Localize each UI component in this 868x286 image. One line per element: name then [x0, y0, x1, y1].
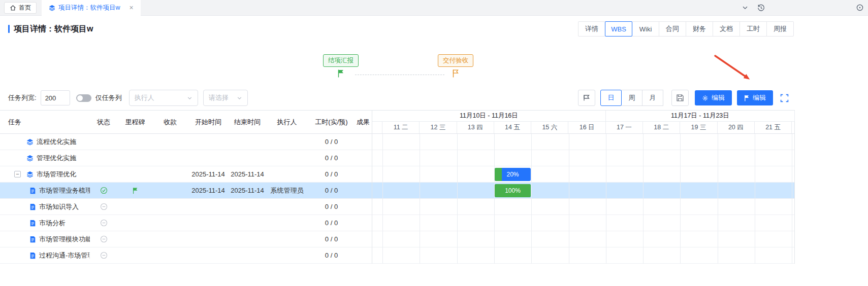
gantt-row[interactable] — [372, 199, 794, 215]
gantt-pane: 11月10日 - 11月16日11月17日 - 11月23日 11 二12 三1… — [372, 111, 795, 264]
tab-详情[interactable]: 详情 — [578, 21, 605, 37]
end-date: 2025-11-14 — [229, 187, 266, 194]
task-row[interactable]: 市场分析0 / 0 — [0, 215, 372, 231]
gantt-day-cell: 14 五 — [494, 122, 531, 133]
tab-文档[interactable]: 文档 — [713, 21, 740, 37]
view-option-日[interactable]: 日 — [600, 90, 622, 106]
topbar-right-icons — [742, 4, 864, 12]
gantt-header: 11月10日 - 11月16日11月17日 - 11月23日 11 二12 三1… — [372, 111, 794, 134]
tab-财务[interactable]: 财务 — [686, 21, 713, 37]
only-task-col-label: 仅任务列 — [95, 93, 122, 102]
document-icon — [29, 236, 36, 243]
only-task-col-toggle[interactable] — [76, 94, 91, 102]
col-start-date: 开始时间 — [187, 118, 229, 127]
project-tab[interactable]: 项目详情：软件项目w × — [42, 0, 141, 16]
task-row[interactable]: 市场管理业务梳理2025-11-142025-11-14系统管理员0 / 0 — [0, 183, 372, 199]
chevron-down-icon — [187, 95, 192, 101]
task-row[interactable]: 市场知识导入0 / 0 — [0, 199, 372, 215]
task-table-header: 任务 状态 里程碑 收款 开始时间 结束时间 执行人 工时(实/预) 成果 — [0, 111, 372, 134]
task-name: 市场管理模块功能... — [39, 235, 90, 244]
start-date: 2025-11-14 — [187, 187, 229, 194]
gantt-bar[interactable]: 100% — [495, 184, 531, 197]
gantt-day-cell: 16 日 — [568, 122, 605, 133]
topbar-spacer — [774, 8, 848, 8]
task-name: 过程沟通-市场管理 — [39, 251, 90, 260]
layers-icon — [26, 171, 34, 178]
layers-icon — [26, 138, 34, 146]
status-cell — [90, 203, 117, 210]
page-title: 项目详情：软件项目w — [14, 24, 93, 34]
hours-value: 0 / 0 — [308, 203, 355, 210]
fullscreen-icon[interactable] — [780, 94, 789, 102]
tab-工时[interactable]: 工时 — [740, 21, 767, 37]
gantt-row[interactable] — [372, 247, 794, 264]
status-cell — [90, 235, 117, 243]
status-cell — [90, 252, 117, 259]
circle-dot-icon[interactable] — [856, 4, 864, 12]
task-row[interactable]: 流程优化实施0 / 0 — [0, 134, 372, 150]
task-name: 市场管理优化 — [37, 170, 76, 179]
tab-Wiki[interactable]: Wiki — [632, 21, 659, 37]
task-name-cell: 市场知识导入 — [0, 202, 90, 211]
gantt-day-cell-partial — [792, 122, 794, 133]
view-option-月[interactable]: 月 — [642, 90, 663, 106]
gantt-row[interactable] — [372, 215, 794, 231]
orange-flag-outline-icon[interactable] — [452, 69, 460, 78]
save-button[interactable] — [671, 90, 689, 106]
wbs-grid: 任务 状态 里程碑 收款 开始时间 结束时间 执行人 工时(实/预) 成果 流程… — [0, 110, 795, 264]
status-cell — [90, 219, 117, 227]
edit-settings-button[interactable]: 编辑 — [695, 90, 732, 105]
task-row[interactable]: −市场管理优化2025-11-142025-11-140 / 0 — [0, 166, 372, 183]
task-name-cell: 管理优化实施 — [0, 154, 90, 163]
task-name-cell: 市场分析 — [0, 219, 90, 228]
history-icon[interactable] — [757, 4, 765, 12]
collapse-toggle[interactable]: − — [14, 171, 21, 177]
gantt-day-cell: 20 四 — [718, 122, 755, 133]
task-col-width-input[interactable] — [41, 90, 70, 105]
generic-select[interactable]: 请选择 — [203, 90, 248, 106]
tab-周报[interactable]: 周报 — [766, 21, 794, 37]
generic-select-placeholder: 请选择 — [209, 93, 229, 102]
gantt-row[interactable]: 20% — [372, 166, 794, 183]
tab-WBS[interactable]: WBS — [605, 21, 632, 37]
hours-value: 0 / 0 — [308, 219, 355, 227]
gantt-row[interactable] — [372, 134, 794, 150]
milestone-badge-delivery-acceptance[interactable]: 交付验收 — [438, 54, 473, 67]
home-button[interactable]: 首页 — [4, 2, 37, 14]
gantt-body: 20%100% — [372, 134, 794, 264]
task-row[interactable]: 市场管理模块功能...0 / 0 — [0, 231, 372, 247]
end-date: 2025-11-14 — [229, 170, 266, 178]
edit-settings-label: 编辑 — [712, 93, 725, 102]
task-name: 市场分析 — [39, 219, 66, 228]
edit-baseline-button[interactable]: 编辑 — [737, 90, 773, 105]
view-option-周[interactable]: 周 — [621, 90, 642, 106]
gantt-day-cell: 13 四 — [457, 122, 494, 133]
chevron-down-icon[interactable] — [742, 4, 749, 11]
gantt-day-cell-partial — [372, 122, 382, 133]
task-row[interactable]: 过程沟通-市场管理0 / 0 — [0, 247, 372, 264]
start-date: 2025-11-14 — [187, 170, 229, 178]
gantt-bar[interactable]: 20% — [495, 168, 531, 181]
col-hours: 工时(实/预) — [308, 118, 355, 127]
task-name: 市场管理业务梳理 — [39, 186, 90, 195]
task-table-pane: 任务 状态 里程碑 收款 开始时间 结束时间 执行人 工时(实/预) 成果 流程… — [0, 111, 372, 264]
task-name: 流程优化实施 — [37, 137, 76, 147]
gantt-day-cell: 15 六 — [531, 122, 568, 133]
task-name-cell: 过程沟通-市场管理 — [0, 251, 90, 260]
gantt-row[interactable]: 100% — [372, 183, 794, 199]
gantt-row[interactable] — [372, 150, 794, 166]
pennant-flag-button[interactable] — [578, 90, 595, 106]
gantt-row[interactable] — [372, 231, 794, 247]
milestone-badge-closing-report[interactable]: 结项汇报 — [323, 54, 359, 67]
tab-合同[interactable]: 合同 — [659, 21, 686, 37]
green-flag-icon[interactable] — [337, 69, 345, 78]
gear-icon — [702, 95, 709, 101]
document-icon — [29, 252, 36, 259]
hours-value: 0 / 0 — [308, 154, 355, 162]
col-task: 任务 — [0, 118, 90, 127]
executor-select[interactable]: 执行人 — [129, 90, 198, 106]
milestone-banner: 结项汇报 交付验收 — [0, 42, 868, 86]
task-row[interactable]: 管理优化实施0 / 0 — [0, 150, 372, 166]
close-icon[interactable]: × — [130, 4, 134, 12]
task-name: 市场知识导入 — [39, 202, 79, 211]
